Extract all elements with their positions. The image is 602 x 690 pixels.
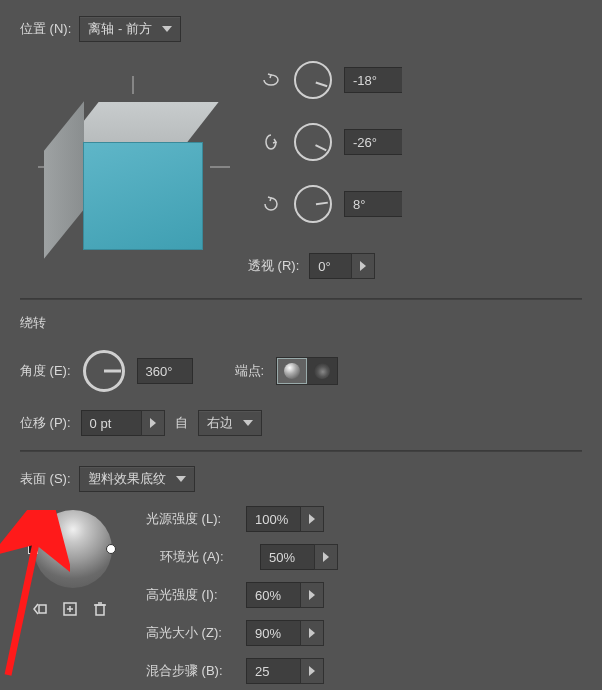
- chevron-down-icon: [176, 476, 186, 482]
- chevron-down-icon: [243, 420, 253, 426]
- section-divider: [20, 298, 582, 300]
- cap-option-hollow[interactable]: [307, 358, 337, 384]
- bevel-angle-label: 角度 (E):: [20, 362, 71, 380]
- rotate-z-dial[interactable]: [294, 185, 332, 223]
- light-back-button[interactable]: [29, 598, 51, 620]
- rotate-x-value: -18°: [353, 73, 377, 88]
- ambient-step[interactable]: [314, 544, 338, 570]
- light-delete-button[interactable]: [89, 598, 111, 620]
- light-handle[interactable]: [106, 544, 116, 554]
- rotate-y-dial[interactable]: [294, 123, 332, 161]
- blend-steps-label: 混合步骤 (B):: [146, 662, 236, 680]
- bevel-offset-label: 位移 (P):: [20, 414, 71, 432]
- chevron-right-icon: [150, 418, 156, 428]
- blend-steps-field[interactable]: 25: [246, 658, 300, 684]
- highlight-size-value: 90%: [255, 626, 281, 641]
- section-divider: [20, 450, 582, 452]
- svg-rect-4: [96, 605, 104, 615]
- highlight-size-label: 高光大小 (Z):: [146, 624, 236, 642]
- rotation-cube-widget[interactable]: [20, 56, 230, 264]
- rotate-x-field[interactable]: -18°: [344, 67, 402, 93]
- surface-preset-value: 塑料效果底纹: [88, 470, 166, 488]
- ambient-label: 环境光 (A):: [160, 548, 250, 566]
- chevron-right-icon: [309, 666, 315, 676]
- light-intensity-label: 光源强度 (L):: [146, 510, 236, 528]
- cap-option-solid[interactable]: [277, 358, 307, 384]
- perspective-value: 0°: [318, 259, 330, 274]
- highlight-intensity-step[interactable]: [300, 582, 324, 608]
- light-intensity-step[interactable]: [300, 506, 324, 532]
- ambient-field[interactable]: 50%: [260, 544, 314, 570]
- bevel-cap-toggle[interactable]: [276, 357, 338, 385]
- perspective-step-button[interactable]: [351, 253, 375, 279]
- cap-hollow-icon: [314, 363, 330, 379]
- rotate-z-value: 8°: [353, 197, 365, 212]
- axis-vertical: [132, 76, 134, 94]
- bevel-from-label: 自: [175, 414, 188, 432]
- bevel-offset-field[interactable]: 0 pt: [81, 410, 141, 436]
- perspective-field[interactable]: 0°: [309, 253, 351, 279]
- svg-rect-0: [39, 605, 46, 613]
- chevron-right-icon: [323, 552, 329, 562]
- highlight-size-field[interactable]: 90%: [246, 620, 300, 646]
- bevel-angle-value: 360°: [146, 364, 173, 379]
- rotate-y-value: -26°: [353, 135, 377, 150]
- highlight-intensity-field[interactable]: 60%: [246, 582, 300, 608]
- cube-face-top: [67, 102, 218, 142]
- position-preset-value: 离轴 - 前方: [88, 20, 152, 38]
- axis-horizontal-right: [210, 166, 230, 168]
- light-intensity-field[interactable]: 100%: [246, 506, 300, 532]
- light-sphere-widget[interactable]: [34, 510, 112, 588]
- light-intensity-value: 100%: [255, 512, 288, 527]
- position-preset-select[interactable]: 离轴 - 前方: [79, 16, 181, 42]
- bevel-angle-dial[interactable]: [83, 350, 125, 392]
- rotate-z-icon: [260, 194, 282, 214]
- rotate-y-field[interactable]: -26°: [344, 129, 402, 155]
- surface-preset-select[interactable]: 塑料效果底纹: [79, 466, 195, 492]
- cube-3d: [63, 104, 193, 234]
- highlight-size-step[interactable]: [300, 620, 324, 646]
- bevel-offset-value: 0 pt: [90, 416, 112, 431]
- rotate-x-icon: [260, 71, 282, 89]
- cube-face-front: [83, 142, 203, 250]
- ambient-value: 50%: [269, 550, 295, 565]
- light-handle-selected[interactable]: [28, 544, 38, 554]
- highlight-intensity-label: 高光强度 (I):: [146, 586, 236, 604]
- bevel-section-title: 绕转: [20, 314, 46, 332]
- rotate-z-field[interactable]: 8°: [344, 191, 402, 217]
- chevron-down-icon: [162, 26, 172, 32]
- bevel-cap-label: 端点:: [235, 362, 265, 380]
- position-label: 位置 (N):: [20, 20, 71, 38]
- light-add-button[interactable]: [59, 598, 81, 620]
- chevron-right-icon: [309, 628, 315, 638]
- bevel-from-value: 右边: [207, 414, 233, 432]
- chevron-right-icon: [309, 514, 315, 524]
- cap-solid-icon: [284, 363, 300, 379]
- rotate-y-icon: [260, 132, 282, 152]
- bevel-angle-field[interactable]: 360°: [137, 358, 193, 384]
- chevron-right-icon: [309, 590, 315, 600]
- perspective-label: 透视 (R):: [248, 257, 299, 275]
- bevel-offset-step-button[interactable]: [141, 410, 165, 436]
- surface-label: 表面 (S):: [20, 470, 71, 488]
- blend-steps-value: 25: [255, 664, 269, 679]
- bevel-from-select[interactable]: 右边: [198, 410, 262, 436]
- chevron-right-icon: [360, 261, 366, 271]
- highlight-intensity-value: 60%: [255, 588, 281, 603]
- rotate-x-dial[interactable]: [294, 61, 332, 99]
- cube-face-left: [44, 101, 84, 258]
- blend-steps-step[interactable]: [300, 658, 324, 684]
